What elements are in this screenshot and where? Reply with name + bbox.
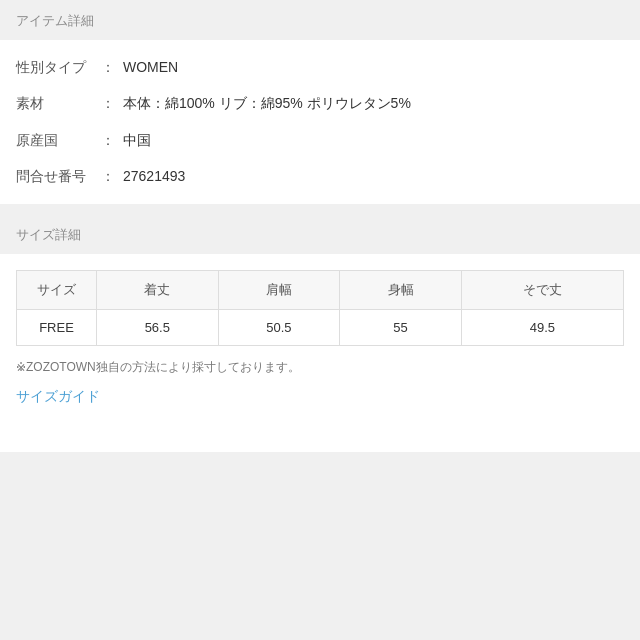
size-table-header-row: サイズ 着丈 肩幅 身幅 そで丈 xyxy=(17,270,624,309)
value-gender: WOMEN xyxy=(123,56,624,78)
detail-row-inquiry: 問合せ番号 ： 27621493 xyxy=(16,165,624,187)
detail-row-origin: 原産国 ： 中国 xyxy=(16,129,624,151)
label-origin: 原産国 xyxy=(16,129,101,151)
col-header-mihaba: 身幅 xyxy=(340,270,462,309)
cell-mihaba: 55 xyxy=(340,309,462,345)
cell-sodetan: 49.5 xyxy=(461,309,623,345)
colon-inquiry: ： xyxy=(101,165,115,187)
colon-origin: ： xyxy=(101,129,115,151)
value-material: 本体：綿100% リブ：綿95% ポリウレタン5% xyxy=(123,92,624,114)
col-header-size: サイズ xyxy=(17,270,97,309)
colon-material: ： xyxy=(101,92,115,114)
size-details-header: サイズ詳細 xyxy=(0,214,640,254)
colon-gender: ： xyxy=(101,56,115,78)
page-wrapper: アイテム詳細 性別タイプ ： WOMEN 素材 ： 本体：綿100% リブ：綿9… xyxy=(0,0,640,452)
label-inquiry: 問合せ番号 xyxy=(16,165,101,187)
size-guide-link[interactable]: サイズガイド xyxy=(16,388,100,406)
size-table-row: FREE 56.5 50.5 55 49.5 xyxy=(17,309,624,345)
value-inquiry: 27621493 xyxy=(123,165,624,187)
detail-row-material: 素材 ： 本体：綿100% リブ：綿95% ポリウレタン5% xyxy=(16,92,624,114)
bottom-spacer xyxy=(0,422,640,452)
value-origin: 中国 xyxy=(123,129,624,151)
item-details-header-text: アイテム詳細 xyxy=(16,13,94,28)
col-header-kittake: 着丈 xyxy=(97,270,219,309)
cell-size: FREE xyxy=(17,309,97,345)
item-details-header: アイテム詳細 xyxy=(0,0,640,40)
size-table: サイズ 着丈 肩幅 身幅 そで丈 FREE 56.5 50.5 55 49.5 xyxy=(16,270,624,346)
cell-katahaba: 50.5 xyxy=(218,309,340,345)
size-details-header-text: サイズ詳細 xyxy=(16,227,81,242)
cell-kittake: 56.5 xyxy=(97,309,219,345)
col-header-katahaba: 肩幅 xyxy=(218,270,340,309)
label-material: 素材 xyxy=(16,92,101,114)
col-header-sodetan: そで丈 xyxy=(461,270,623,309)
detail-row-gender: 性別タイプ ： WOMEN xyxy=(16,56,624,78)
label-gender: 性別タイプ xyxy=(16,56,101,78)
size-footnote: ※ZOZOTOWN独自の方法により採寸しております。 xyxy=(16,358,624,376)
item-details-body: 性別タイプ ： WOMEN 素材 ： 本体：綿100% リブ：綿95% ポリウレ… xyxy=(0,40,640,204)
size-details-body: サイズ 着丈 肩幅 身幅 そで丈 FREE 56.5 50.5 55 49.5 … xyxy=(0,254,640,422)
section-divider xyxy=(0,204,640,214)
